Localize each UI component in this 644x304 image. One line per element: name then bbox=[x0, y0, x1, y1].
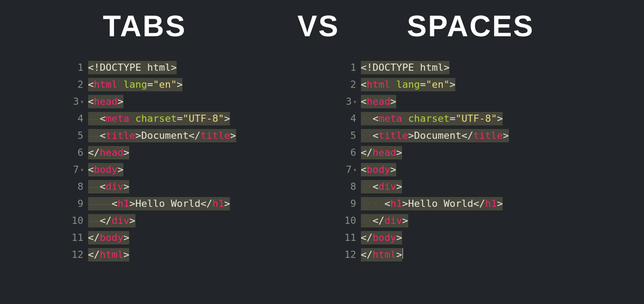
heading-vs: VS bbox=[297, 9, 339, 43]
code-line[interactable]: </body> bbox=[361, 229, 509, 246]
code-line[interactable]: <body> bbox=[88, 161, 236, 178]
code-line[interactable]: ··<meta charset="UTF-8"> bbox=[361, 110, 509, 127]
line-number: 7▼ bbox=[73, 161, 83, 178]
code-content: <head> bbox=[361, 95, 396, 108]
code-content: <h1>Hello World</h1> bbox=[112, 197, 230, 210]
line-number: 4 bbox=[350, 110, 356, 127]
line-number: 2 bbox=[77, 76, 83, 93]
code-content: <div> bbox=[373, 180, 402, 193]
code-content: <meta charset="UTF-8"> bbox=[373, 112, 503, 125]
code-line[interactable]: </head> bbox=[88, 144, 236, 161]
code-line[interactable]: </html> bbox=[88, 246, 236, 263]
code-line[interactable]: </body> bbox=[88, 229, 236, 246]
line-number: 5 bbox=[350, 127, 356, 144]
code-content: <meta charset="UTF-8"> bbox=[100, 112, 230, 125]
fold-caret-icon[interactable]: ▼ bbox=[353, 162, 356, 179]
line-number: 1 bbox=[77, 59, 83, 76]
code-line[interactable]: <html lang="en"> bbox=[361, 76, 509, 93]
line-number: 11 bbox=[72, 229, 84, 246]
heading-spaces: SPACES bbox=[407, 9, 534, 43]
code-line[interactable]: ——<title>Document</title> bbox=[88, 127, 236, 144]
code-line[interactable]: ··<div> bbox=[361, 178, 509, 195]
code-content: <html lang="en"> bbox=[88, 78, 183, 91]
line-number-gutter: 123▼4567▼89101112 bbox=[344, 59, 361, 263]
indent-spaces: ·· bbox=[361, 214, 373, 227]
code-content: </head> bbox=[88, 146, 130, 159]
code-line[interactable]: <head> bbox=[361, 93, 509, 110]
line-number: 5 bbox=[77, 127, 83, 144]
code-line[interactable]: </html> bbox=[361, 246, 509, 263]
line-number: 11 bbox=[344, 229, 356, 246]
line-number: 9 bbox=[77, 195, 83, 212]
code-line[interactable]: ··<title>Document</title> bbox=[361, 127, 509, 144]
line-number-gutter: 123▼4567▼89101112 bbox=[72, 59, 88, 263]
line-number: 4 bbox=[77, 110, 83, 127]
code-content: <html lang="en"> bbox=[361, 78, 456, 91]
code-content: </html> bbox=[361, 248, 402, 261]
line-number: 8 bbox=[350, 178, 356, 195]
code-area[interactable]: <!DOCTYPE html><html lang="en"><head>——<… bbox=[88, 59, 236, 263]
code-line[interactable]: <body> bbox=[361, 161, 509, 178]
line-number: 2 bbox=[350, 76, 356, 93]
line-number: 6 bbox=[350, 144, 356, 161]
indent-tab: —— bbox=[88, 214, 100, 227]
indent-spaces: ·· bbox=[361, 180, 373, 193]
fold-caret-icon[interactable]: ▼ bbox=[353, 94, 356, 111]
indent-spaces: ·· bbox=[361, 129, 373, 142]
code-line[interactable]: ··</div> bbox=[361, 212, 509, 229]
code-line[interactable]: <!DOCTYPE html> bbox=[361, 59, 509, 76]
line-number: 9 bbox=[350, 195, 356, 212]
indent-tab: —— bbox=[100, 197, 112, 210]
line-number: 12 bbox=[72, 246, 84, 263]
code-content: <body> bbox=[88, 163, 123, 176]
code-line[interactable]: ————<h1>Hello World</h1> bbox=[88, 195, 236, 212]
line-number: 10 bbox=[344, 212, 356, 229]
code-content: <!DOCTYPE html> bbox=[88, 61, 177, 74]
line-number: 10 bbox=[72, 212, 84, 229]
code-line[interactable]: ——</div> bbox=[88, 212, 236, 229]
line-number: 12 bbox=[344, 246, 356, 263]
code-content: <!DOCTYPE html> bbox=[361, 61, 450, 74]
line-number: 3▼ bbox=[73, 93, 83, 110]
code-line[interactable]: <!DOCTYPE html> bbox=[88, 59, 236, 76]
fold-caret-icon[interactable]: ▼ bbox=[80, 94, 83, 111]
code-content: <title>Document</title> bbox=[373, 129, 509, 142]
code-line[interactable]: </head> bbox=[361, 144, 509, 161]
code-area[interactable]: <!DOCTYPE html><html lang="en"><head>··<… bbox=[361, 59, 509, 263]
line-number: 8 bbox=[77, 178, 83, 195]
line-number: 1 bbox=[350, 59, 356, 76]
code-line[interactable]: ——<meta charset="UTF-8"> bbox=[88, 110, 236, 127]
indent-spaces: ·· bbox=[361, 112, 373, 125]
code-content: </body> bbox=[361, 231, 402, 244]
code-content: </html> bbox=[88, 248, 130, 261]
code-content: </body> bbox=[88, 231, 130, 244]
code-content: <div> bbox=[100, 180, 129, 193]
code-content: </div> bbox=[100, 214, 136, 227]
indent-tab: —— bbox=[88, 180, 100, 193]
indent-spaces: ·· bbox=[373, 197, 385, 210]
indent-tab: —— bbox=[88, 197, 100, 210]
indent-tab: —— bbox=[88, 129, 100, 142]
line-number: 7▼ bbox=[346, 161, 356, 178]
line-number: 3▼ bbox=[346, 93, 356, 110]
spaces-panel: 123▼4567▼89101112<!DOCTYPE html><html la… bbox=[344, 59, 509, 263]
code-content: <h1>Hello World</h1> bbox=[385, 197, 503, 210]
code-content: <head> bbox=[88, 95, 123, 108]
code-content: </div> bbox=[373, 214, 408, 227]
code-content: <title>Document</title> bbox=[100, 129, 236, 142]
code-line[interactable]: ——<div> bbox=[88, 178, 236, 195]
tabs-panel: 123▼4567▼89101112<!DOCTYPE html><html la… bbox=[72, 59, 236, 263]
fold-caret-icon[interactable]: ▼ bbox=[80, 162, 83, 179]
code-line[interactable]: ····<h1>Hello World</h1> bbox=[361, 195, 509, 212]
code-content: <body> bbox=[361, 163, 396, 176]
indent-tab: —— bbox=[88, 112, 100, 125]
code-line[interactable]: <html lang="en"> bbox=[88, 76, 236, 93]
code-line[interactable]: <head> bbox=[88, 93, 236, 110]
text-cursor bbox=[402, 248, 403, 259]
code-content: </head> bbox=[361, 146, 402, 159]
indent-spaces: ·· bbox=[361, 197, 373, 210]
heading-tabs: TABS bbox=[103, 9, 186, 43]
line-number: 6 bbox=[77, 144, 83, 161]
